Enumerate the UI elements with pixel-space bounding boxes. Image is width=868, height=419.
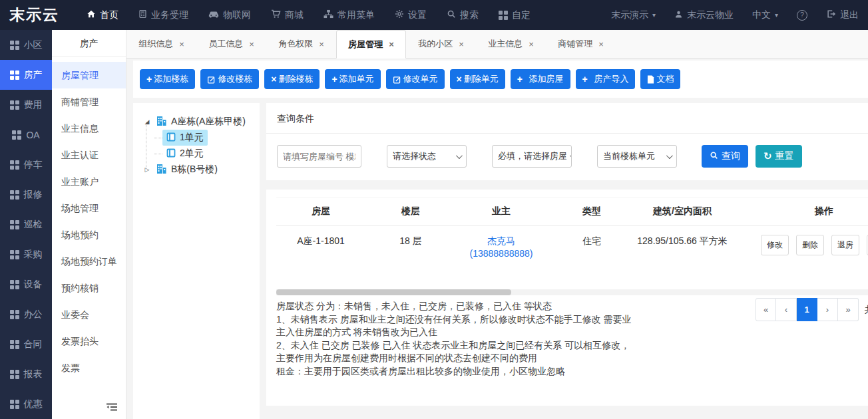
tab-label: 员工信息 [208, 38, 243, 50]
language-dropdown[interactable]: 中文 ▾ [743, 0, 787, 30]
sidebar-item[interactable]: 优惠 [0, 389, 52, 419]
close-icon[interactable]: × [529, 39, 534, 49]
sidebar-item[interactable]: OA [0, 120, 52, 150]
reset-button[interactable]: ↻ 重置 [756, 145, 802, 168]
submenu-item[interactable]: 场地预约 [52, 221, 126, 248]
scrollbar-thumb[interactable] [276, 289, 511, 295]
refresh-icon: ↻ [763, 150, 772, 162]
sidebar-item[interactable]: 小区 [0, 30, 52, 60]
user-icon [674, 10, 683, 21]
nav-iot[interactable]: 物联网 [198, 0, 261, 30]
nav-mall[interactable]: 商城 [261, 0, 314, 30]
submenu-item[interactable]: 业主账户 [52, 168, 126, 195]
nav-label: 常用菜单 [337, 9, 375, 21]
menu-collapse-icon[interactable] [106, 402, 118, 414]
document-button[interactable]: 文档 [640, 69, 680, 89]
sidebar-item[interactable]: 停车 [0, 150, 52, 180]
delete-room-button[interactable]: 删除 [796, 235, 824, 255]
close-icon[interactable]: × [249, 39, 254, 49]
tree-node-building-a[interactable]: ◢ A座栋(A座栋甲楼) [142, 114, 256, 130]
nav-settings[interactable]: 设置 [385, 0, 437, 30]
submenu-item[interactable]: 房屋管理 [52, 62, 126, 88]
sidebar-item-label: 巡检 [24, 219, 43, 231]
nav-search[interactable]: 搜索 [437, 0, 489, 30]
sidebar-item[interactable]: 办公 [0, 299, 52, 329]
grid-icon [10, 250, 19, 259]
nav-home[interactable]: 首页 [77, 0, 128, 30]
room-number-input[interactable] [277, 145, 361, 168]
sidebar-item[interactable]: 采购 [0, 239, 52, 269]
edit-room-button[interactable]: 修改 [761, 235, 789, 255]
tree-collapsed-icon[interactable]: ▷ [142, 166, 152, 173]
tab[interactable]: 商铺管理 × [546, 30, 616, 58]
tab[interactable]: 员工信息 × [196, 30, 266, 58]
sidebar-item[interactable]: 合同 [0, 329, 52, 359]
plus-icon: + [582, 74, 588, 84]
submenu-item[interactable]: 场地管理 [52, 195, 126, 221]
nav-custom[interactable]: 自定 [489, 0, 541, 30]
submenu-item[interactable]: 业主信息 [52, 115, 126, 142]
close-icon[interactable]: × [598, 39, 604, 49]
submenu-item[interactable]: 发票抬头 [52, 328, 126, 354]
close-icon[interactable]: × [319, 39, 324, 49]
edit-building-button[interactable]: 修改楼栋 [200, 69, 259, 89]
building-unit-select[interactable]: 当前楼栋单元 [597, 145, 677, 168]
add-building-button[interactable]: +添加楼栋 [140, 69, 195, 89]
sidebar-item[interactable]: 费用 [0, 90, 52, 120]
note-line: 1、未销售表示 房屋和业主之间还没有任何关系，所以修改时状态不能手工修改 需要业… [276, 313, 639, 339]
close-icon[interactable]: × [389, 39, 394, 49]
submenu-item-label: 业主账户 [61, 176, 99, 187]
submenu-item[interactable]: 预约核销 [52, 275, 126, 301]
tab[interactable]: 角色权限 × [266, 30, 336, 58]
sidebar-item[interactable]: 设备 [0, 269, 52, 299]
logout-button[interactable]: 退出 [817, 0, 868, 30]
add-unit-button[interactable]: +添加单元 [325, 69, 380, 89]
sidebar-item[interactable]: 报修 [0, 180, 52, 210]
tab[interactable]: 业主信息 × [476, 30, 546, 58]
grid-icon [10, 220, 19, 229]
nav-common-menu[interactable]: 常用菜单 [314, 0, 385, 30]
tab[interactable]: 我的小区 × [406, 30, 476, 58]
next-page-button[interactable]: › [817, 298, 838, 321]
first-page-button[interactable]: « [756, 298, 776, 321]
page-1-button[interactable]: 1 [797, 298, 817, 321]
tree-expanded-icon[interactable]: ◢ [142, 118, 152, 125]
tree-node-unit-1[interactable]: 1单元 [154, 130, 256, 146]
note-line: 租金：主要用于园区类或者房屋出租比较多的物业使用，小区物业忽略 [276, 365, 639, 378]
close-icon[interactable]: × [179, 39, 184, 49]
last-page-button[interactable]: » [838, 298, 859, 321]
room-type-select[interactable]: 必填，请选择房屋 [492, 145, 572, 168]
status-select[interactable]: 请选择状态 [387, 145, 467, 168]
tab[interactable]: 房屋管理 × [336, 30, 406, 59]
delete-unit-button[interactable]: ×删除单元 [450, 69, 505, 89]
sidebar-item[interactable]: 房产 [0, 60, 52, 90]
sidebar-item[interactable]: 报表 [0, 359, 52, 389]
tenant-dropdown[interactable]: 末示演示 ▾ [602, 0, 665, 30]
submenu-item[interactable]: 发票 [52, 354, 126, 381]
submenu-item[interactable]: 业主认证 [52, 142, 126, 168]
nav-label: 首页 [100, 9, 118, 21]
prev-page-button[interactable]: ‹ [776, 298, 797, 321]
add-room-button[interactable]: + 添加房屋 [511, 69, 570, 89]
import-property-button[interactable]: + 房产导入 [576, 69, 636, 89]
tree-node-unit-2[interactable]: 2单元 [154, 146, 256, 162]
help-button[interactable]: ? [787, 0, 817, 30]
owner-phone-link[interactable]: (13888888888) [456, 247, 546, 260]
checkout-room-button[interactable]: 退房 [831, 235, 859, 255]
tab[interactable]: 组织信息 × [126, 30, 196, 58]
close-icon[interactable]: × [459, 39, 464, 49]
type-cell: 住宅 [546, 235, 637, 260]
tree-node-building-b[interactable]: ▷ B栋(B号楼) [142, 162, 256, 178]
submenu-item[interactable]: 业委会 [52, 301, 126, 328]
owner-link[interactable]: 杰克马 [456, 235, 546, 247]
nav-business[interactable]: 业务受理 [128, 0, 198, 30]
user-menu[interactable]: 末示云物业 [665, 0, 743, 30]
grid-icon [12, 130, 21, 140]
submenu-item[interactable]: 场地预约订单 [52, 248, 126, 275]
edit-unit-button[interactable]: 修改单元 [386, 69, 445, 89]
horizontal-scrollbar[interactable] [276, 289, 868, 295]
delete-building-button[interactable]: ×删除楼栋 [264, 69, 320, 89]
submenu-item[interactable]: 商铺管理 [52, 88, 126, 115]
sidebar-item[interactable]: 巡检 [0, 210, 52, 239]
search-button[interactable]: 查询 [702, 145, 748, 168]
